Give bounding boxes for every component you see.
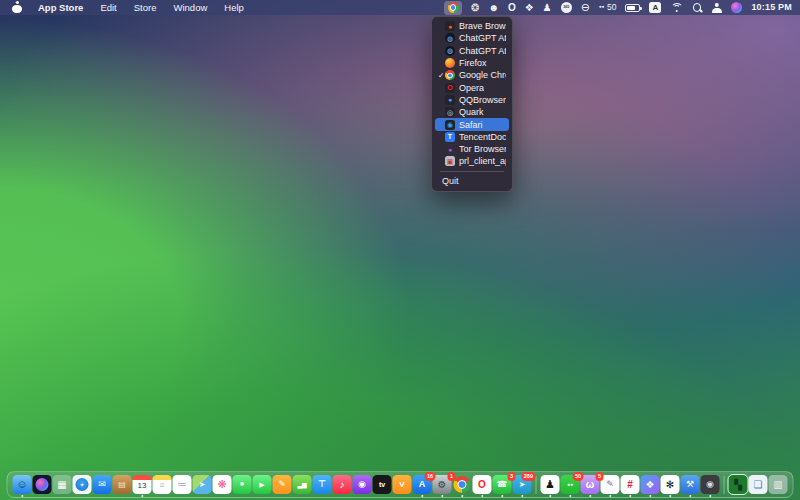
status-input-source-icon[interactable]: A [649,2,661,13]
dock-icon-siri[interactable] [33,475,52,494]
dock-icon-chatgpt[interactable]: ✻ [661,475,680,494]
dock-icon-messages[interactable]: ● [233,475,252,494]
status-clock[interactable]: 10:15 PM [751,3,792,12]
running-indicator [609,495,611,497]
dock-icon-photos[interactable]: ❋ [213,475,232,494]
apple-menu-icon[interactable] [12,2,22,14]
status-user-switch-icon[interactable] [711,3,722,13]
dock-icon-music[interactable]: ♪ [333,475,352,494]
dock-icon-mail[interactable]: ✉ [93,475,112,494]
menubar-status-area: ❂☻O❖♟365⊖●●50A10:15 PM [444,1,792,15]
dock-icon-google-chrome[interactable] [453,475,472,494]
status-chat-bubbles-icon[interactable]: ●●50 [599,3,616,12]
status-do-not-disturb-icon[interactable]: ⊖ [581,2,590,13]
menu-item-prl-client-app[interactable]: ▣prl_client_app [435,155,509,167]
menu-item-chatgpt-atlas[interactable]: ◍ChatGPT Atlas [435,32,509,44]
dock-icon-keynote[interactable]: ⊤ [313,475,332,494]
qqbrowser-icon: ● [445,95,455,105]
dock-icon-system-settings[interactable]: ⚙1 [433,475,452,494]
menu-item-label: Safari [459,120,483,130]
dock-icon-xcode[interactable]: ⚒ [681,475,700,494]
safari-icon: ◉ [445,120,455,130]
dock-icon-safari[interactable]: ✦ [73,475,92,494]
status-notification-bell-icon[interactable]: ♟ [543,3,552,13]
running-indicator [709,495,711,497]
dock-icon-maps[interactable]: ➤ [193,475,212,494]
dock: ☺▦✦✉▤13≡≔➤❋●▶✎▃▆⊤♪◉tvVA16⚙1O☎3➤289♟●●50ω… [7,471,794,498]
dock-icon-qq[interactable]: ♟ [541,475,560,494]
dock-icon-camera-app[interactable]: ◉ [701,475,720,494]
dock-icon-slack[interactable]: # [621,475,640,494]
dock-icon-launchpad[interactable]: ▦ [53,475,72,494]
status-siri-icon[interactable] [731,2,742,13]
dock-icon-calendar[interactable]: 13 [133,475,152,494]
status-flower-gear-icon[interactable]: ❂ [471,3,479,13]
dock-icon-facetime[interactable]: ▶ [253,475,272,494]
status-spotlight-search-icon[interactable] [692,3,702,13]
menu-item-brave-browser[interactable]: ●Brave Browser [435,20,509,32]
desktop-wallpaper [0,0,800,500]
menu-item-safari[interactable]: ◉Safari [435,118,509,130]
dock-icon-books[interactable]: V [393,475,412,494]
menu-item-qqbrowser[interactable]: ●QQBrowser [435,94,509,106]
quit-label: Quit [442,176,459,186]
menu-item-label: Google Chrome [459,70,506,80]
firefox-icon [445,58,455,68]
notification-badge: 1 [448,472,455,481]
menu-item-label: Quark [459,107,484,117]
dock-icon-contacts[interactable]: ▤ [113,475,132,494]
status-opera-status-icon[interactable]: O [508,3,516,13]
menu-item-tor-browser[interactable]: ●Tor Browser [435,143,509,155]
running-indicator [481,495,483,497]
menu-item-label: Tor Browser [459,144,506,154]
menu-item-label: prl_client_app [459,156,506,166]
dock-icon-podcasts[interactable]: ◉ [353,475,372,494]
chrome-icon [445,70,455,80]
notification-badge: 289 [522,472,535,481]
menu-item-tencentdocs[interactable]: TTencentDocs [435,131,509,143]
dock-icon-numbers[interactable]: ▃▆ [293,475,312,494]
status-badge-365-icon[interactable]: 365 [561,2,572,13]
menu-item-chatgpt-atlas[interactable]: ◍ChatGPT Atlas [435,45,509,57]
menu-item-opera[interactable]: OOpera [435,81,509,93]
dock-icon-apple-tv[interactable]: tv [373,475,392,494]
status-battery-icon[interactable] [625,4,640,12]
running-indicator [21,495,23,497]
dock-icon-documents[interactable]: ❏ [749,475,768,494]
status-chrome-menu-extra-icon[interactable] [444,1,462,15]
opera-icon: O [445,83,455,93]
dock-icon-cat-messenger[interactable]: ω5 [581,475,600,494]
menu-item-label: ChatGPT Atlas [459,46,506,56]
dock-icon-opera[interactable]: O [473,475,492,494]
menu-item-google-chrome[interactable]: ✓Google Chrome [435,69,509,81]
notification-badge: 50 [573,472,583,481]
dock-icon-app-store[interactable]: A16 [413,475,432,494]
dock-icon-pages[interactable]: ✎ [273,475,292,494]
status-clash-cat-icon[interactable]: ☻ [489,3,500,13]
menu-item-quark[interactable]: ◎Quark [435,106,509,118]
menubar-menu-help[interactable]: Help [224,2,244,13]
status-wifi-icon[interactable] [670,3,683,13]
running-indicator [669,495,671,497]
dock-icon-trash[interactable]: ▥ [769,475,788,494]
menu-item-firefox[interactable]: Firefox [435,57,509,69]
dock-icon-telegram[interactable]: ➤289 [513,475,532,494]
dock-icon-shortcuts[interactable]: ❖ [641,475,660,494]
dock-icon-finder[interactable]: ☺ [13,475,32,494]
dock-icon-notes[interactable]: ≡ [153,475,172,494]
dock-icon-whatsapp[interactable]: ☎3 [493,475,512,494]
dock-icon-game-app[interactable]: ▚ [729,475,748,494]
dock-icon-reminders[interactable]: ≔ [173,475,192,494]
tencentdocs-icon: T [445,132,455,142]
dock-icon-wechat[interactable]: ●●50 [561,475,580,494]
menubar-menu-window[interactable]: Window [173,2,207,13]
menubar-menu-app-store[interactable]: App Store [38,2,83,13]
status-dropbox-icon[interactable]: ❖ [525,3,534,13]
menu-item-quit[interactable]: Quit [435,175,509,188]
menu-separator [440,171,504,172]
running-indicator [141,495,143,497]
running-indicator [421,495,423,497]
dock-icon-textedit[interactable]: ✎ [601,475,620,494]
menubar-menu-edit[interactable]: Edit [100,2,116,13]
menubar-menu-store[interactable]: Store [134,2,157,13]
